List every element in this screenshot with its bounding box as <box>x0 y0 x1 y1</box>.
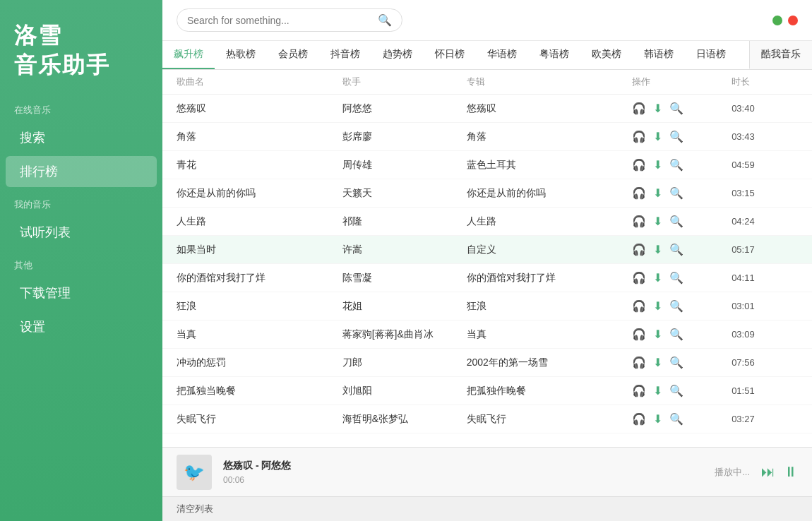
listen-icon[interactable]: 🎧 <box>632 356 646 369</box>
search-detail-icon[interactable]: 🔍 <box>669 299 683 313</box>
album-name: 蓝色土耳其 <box>467 159 633 172</box>
listen-icon[interactable]: 🎧 <box>632 328 646 341</box>
album-name: 失眠飞行 <box>467 413 633 426</box>
row-actions: 🎧⬇🔍 <box>632 130 732 143</box>
download-icon[interactable]: ⬇ <box>653 130 662 143</box>
download-icon[interactable]: ⬇ <box>653 299 662 313</box>
download-icon[interactable]: ⬇ <box>653 243 662 256</box>
tab-piaosheng[interactable]: 飙升榜 <box>162 41 215 69</box>
header: 🔍 <box>162 0 812 41</box>
search-detail-icon[interactable]: 🔍 <box>669 328 683 341</box>
listen-icon[interactable]: 🎧 <box>632 102 646 115</box>
search-input[interactable] <box>187 15 378 26</box>
row-actions: 🎧⬇🔍 <box>632 186 732 200</box>
song-duration: 03:01 <box>732 301 798 311</box>
table-row: 你还是从前的你吗天籁天你还是从前的你吗🎧⬇🔍03:15 <box>162 179 812 208</box>
download-icon[interactable]: ⬇ <box>653 102 662 115</box>
tab-riyu[interactable]: 日语榜 <box>685 41 737 69</box>
search-detail-icon[interactable]: 🔍 <box>669 158 683 172</box>
search-detail-icon[interactable]: 🔍 <box>669 186 683 200</box>
sidebar: 洛雪 音乐助手 在线音乐 搜索 排行榜 我的音乐 试听列表 其他 下载管理 设置 <box>0 0 162 521</box>
sidebar-item-download[interactable]: 下载管理 <box>6 277 157 309</box>
other-section: 其他 <box>0 249 162 276</box>
tab-re[interactable]: 热歌榜 <box>215 41 267 69</box>
listen-icon[interactable]: 🎧 <box>632 412 646 426</box>
search-detail-icon[interactable]: 🔍 <box>669 384 683 397</box>
tab-ouMei[interactable]: 欧美榜 <box>580 41 633 69</box>
table-row: 悠殇叹阿悠悠悠殇叹🎧⬇🔍03:40 <box>162 95 812 123</box>
table-row: 把孤独当晚餐刘旭阳把孤独作晚餐🎧⬇🔍01:51 <box>162 377 812 405</box>
tab-yueyu[interactable]: 粤语榜 <box>528 41 580 69</box>
tab-hanyu[interactable]: 韩语榜 <box>633 41 685 69</box>
search-detail-icon[interactable]: 🔍 <box>669 243 683 256</box>
window-maximize-button[interactable] <box>772 16 782 25</box>
tab-huiyuan[interactable]: 会员榜 <box>267 41 319 69</box>
search-detail-icon[interactable]: 🔍 <box>669 356 683 369</box>
song-name: 把孤独当晚餐 <box>177 385 342 397</box>
download-icon[interactable]: ⬇ <box>653 186 662 200</box>
listen-icon[interactable]: 🎧 <box>632 215 646 228</box>
row-actions: 🎧⬇🔍 <box>632 243 732 256</box>
download-icon[interactable]: ⬇ <box>653 384 662 397</box>
song-duration: 04:59 <box>732 160 798 170</box>
listen-icon[interactable]: 🎧 <box>632 271 646 285</box>
sidebar-item-ranking[interactable]: 排行榜 <box>6 156 157 187</box>
col-song: 歌曲名 <box>177 76 342 88</box>
download-icon[interactable]: ⬇ <box>653 328 662 341</box>
search-detail-icon[interactable]: 🔍 <box>669 412 683 426</box>
album-name: 狂浪 <box>467 300 633 313</box>
player-song-name: 悠殇叹 - 阿悠悠 <box>223 460 291 472</box>
table-row: 人生路祁隆人生路🎧⬇🔍04:24 <box>162 208 812 236</box>
col-album: 专辑 <box>467 76 633 88</box>
row-actions: 🎧⬇🔍 <box>632 102 732 115</box>
search-detail-icon[interactable]: 🔍 <box>669 215 683 228</box>
window-close-button[interactable] <box>788 16 798 25</box>
song-name: 如果当时 <box>177 244 342 256</box>
download-icon[interactable]: ⬇ <box>653 271 662 285</box>
search-detail-icon[interactable]: 🔍 <box>669 271 683 285</box>
table-row: 失眠飞行海哲明&张梦弘失眠飞行🎧⬇🔍03:27 <box>162 405 812 433</box>
row-actions: 🎧⬇🔍 <box>632 158 732 172</box>
tab-huayu[interactable]: 华语榜 <box>476 41 528 69</box>
listen-icon[interactable]: 🎧 <box>632 243 646 256</box>
table-row: 角落彭席廖角落🎧⬇🔍03:43 <box>162 123 812 151</box>
album-name: 人生路 <box>467 215 633 228</box>
artist-name: 周传雄 <box>342 159 467 172</box>
listen-icon[interactable]: 🎧 <box>632 158 646 172</box>
tabs-bar: 飙升榜热歌榜会员榜抖音榜趋势榜怀日榜华语榜粤语榜欧美榜韩语榜日语榜酷我音乐 <box>162 41 812 70</box>
pause-button[interactable]: ⏸ <box>784 464 798 480</box>
next-button[interactable]: ⏭ <box>761 464 775 480</box>
download-icon[interactable]: ⬇ <box>653 412 662 426</box>
listen-icon[interactable]: 🎧 <box>632 130 646 143</box>
listen-icon[interactable]: 🎧 <box>632 384 646 397</box>
online-music-section: 在线音乐 <box>0 94 162 121</box>
table-row: 冲动的惩罚刀郎2002年的第一场雪🎧⬇🔍07:56 <box>162 349 812 377</box>
sidebar-item-search[interactable]: 搜索 <box>6 122 157 153</box>
song-duration: 03:09 <box>732 329 798 340</box>
sidebar-item-settings[interactable]: 设置 <box>6 311 157 342</box>
song-name: 你还是从前的你吗 <box>177 187 342 200</box>
tab-huairi[interactable]: 怀日榜 <box>424 41 476 69</box>
player-time: 00:06 <box>223 475 291 485</box>
player-info: 悠殇叹 - 阿悠悠 00:06 <box>223 460 291 485</box>
clear-list-button[interactable]: 清空列表 <box>162 497 227 521</box>
tab-qushi[interactable]: 趋势榜 <box>371 41 424 69</box>
song-duration: 03:27 <box>732 414 798 424</box>
listen-icon[interactable]: 🎧 <box>632 186 646 200</box>
search-detail-icon[interactable]: 🔍 <box>669 102 683 115</box>
tab-douyin[interactable]: 抖音榜 <box>319 41 371 69</box>
search-box[interactable]: 🔍 <box>177 8 402 32</box>
download-icon[interactable]: ⬇ <box>653 158 662 172</box>
album-name: 角落 <box>467 131 633 143</box>
sidebar-item-preview[interactable]: 试听列表 <box>6 217 157 248</box>
tab-kuwo[interactable]: 酷我音乐 <box>749 41 812 69</box>
player-thumbnail: 🐦 <box>177 455 212 490</box>
search-detail-icon[interactable]: 🔍 <box>669 130 683 143</box>
artist-name: 海哲明&张梦弘 <box>342 413 467 426</box>
download-icon[interactable]: ⬇ <box>653 215 662 228</box>
album-name: 悠殇叹 <box>467 102 633 115</box>
listen-icon[interactable]: 🎧 <box>632 299 646 313</box>
table-row: 当真蒋家驹[蒋蒋]&曲肖冰当真🎧⬇🔍03:09 <box>162 321 812 349</box>
album-name: 自定义 <box>467 244 633 256</box>
download-icon[interactable]: ⬇ <box>653 356 662 369</box>
